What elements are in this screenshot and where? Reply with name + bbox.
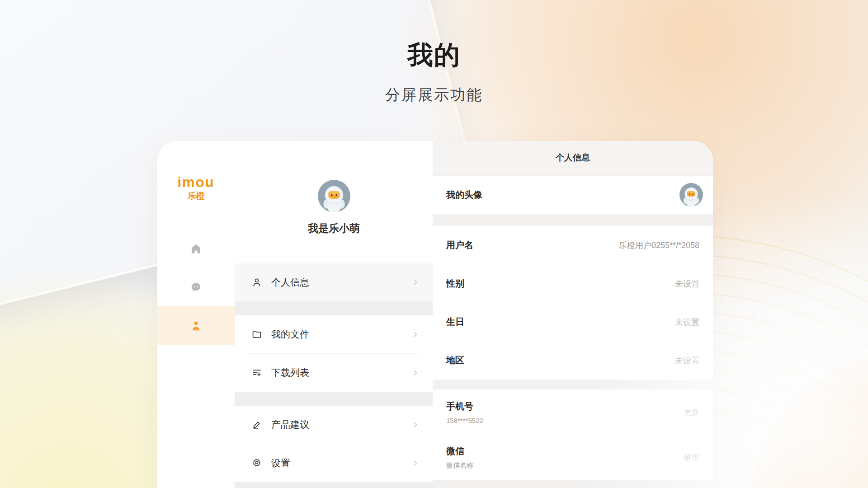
folder-icon xyxy=(251,329,262,340)
chevron-right-icon xyxy=(412,421,419,428)
sidebar-nav xyxy=(157,230,235,345)
home-icon xyxy=(190,243,202,255)
chevron-right-icon xyxy=(412,331,419,338)
menu-item-label: 产品建议 xyxy=(271,418,412,431)
menu-item-download-list[interactable]: 下载列表 xyxy=(235,354,433,392)
profile-panel: 我是乐小萌 个人信息 我的文件 xyxy=(235,141,433,488)
person-outline-icon xyxy=(251,277,262,288)
chevron-right-icon xyxy=(412,460,419,467)
menu-group-gap xyxy=(235,482,433,488)
mascot-avatar-small-image xyxy=(679,183,703,206)
chat-icon xyxy=(190,281,202,293)
row-label: 地区 xyxy=(446,354,675,366)
detail-header: 个人信息 xyxy=(433,141,713,174)
menu-item-settings[interactable]: 设置 xyxy=(235,444,433,482)
page-title: 我的 xyxy=(0,38,868,73)
row-text: 微信 微信名称 xyxy=(446,445,684,470)
gap xyxy=(433,214,713,226)
sidebar-item-messages[interactable] xyxy=(157,268,235,306)
row-label: 性别 xyxy=(446,277,675,290)
row-subvalue: 158****5522 xyxy=(446,417,684,424)
menu-group-gap xyxy=(235,301,433,315)
profile-display-name: 我是乐小萌 xyxy=(235,221,433,235)
detail-panel: 个人信息 我的头像 xyxy=(433,141,713,488)
sidebar-item-home[interactable] xyxy=(157,230,235,268)
row-birthday[interactable]: 生日 未设置 xyxy=(433,303,713,341)
row-label: 手机号 xyxy=(446,400,684,413)
row-label: 用户名 xyxy=(446,239,619,251)
logo-sub-text: 乐橙 xyxy=(157,190,235,202)
menu-item-personal-info[interactable]: 个人信息 xyxy=(235,263,433,301)
profile-avatar xyxy=(235,180,433,212)
gear-icon xyxy=(251,458,262,469)
menu-item-label: 设置 xyxy=(271,457,412,469)
chevron-right-icon xyxy=(412,279,419,286)
row-subvalue: 微信名称 xyxy=(446,461,684,470)
imou-logo: imou 乐橙 xyxy=(157,175,235,202)
gap xyxy=(433,380,713,389)
menu-item-label: 我的文件 xyxy=(271,328,412,341)
menu-item-my-files[interactable]: 我的文件 xyxy=(235,315,433,353)
menu-group-gap xyxy=(235,392,433,406)
mascot-avatar-image xyxy=(318,180,350,212)
person-icon xyxy=(190,319,202,332)
change-phone-button[interactable]: 更换 xyxy=(684,407,699,418)
row-value: 未设置 xyxy=(675,355,699,366)
row-text: 手机号 158****5522 xyxy=(446,400,684,424)
row-value: 未设置 xyxy=(675,317,699,328)
chevron-right-icon xyxy=(412,369,419,376)
app-window: imou 乐橙 xyxy=(157,141,713,488)
row-label: 生日 xyxy=(446,316,675,328)
menu-item-product-feedback[interactable]: 产品建议 xyxy=(235,406,433,444)
unbind-wechat-button[interactable]: 解绑 xyxy=(684,452,699,463)
sidebar: imou 乐橙 xyxy=(157,141,235,488)
menu-item-label: 下载列表 xyxy=(271,366,412,379)
row-label: 我的头像 xyxy=(446,189,679,201)
download-list-icon xyxy=(251,367,262,378)
row-wechat[interactable]: 微信 微信名称 解绑 xyxy=(433,435,713,480)
sidebar-item-profile[interactable] xyxy=(157,306,235,345)
profile-menu: 个人信息 我的文件 下载 xyxy=(235,263,433,488)
pencil-icon xyxy=(251,419,262,430)
page-subtitle: 分屏展示功能 xyxy=(0,85,868,105)
menu-item-label: 个人信息 xyxy=(271,276,412,289)
row-value: 乐橙用户0255**/*2058 xyxy=(619,240,699,251)
row-value: 未设置 xyxy=(675,278,699,289)
logo-brand-text: imou xyxy=(157,175,235,189)
row-phone-number[interactable]: 手机号 158****5522 更换 xyxy=(433,389,713,435)
row-username[interactable]: 用户名 乐橙用户0255**/*2058 xyxy=(433,226,713,264)
row-label: 微信 xyxy=(446,445,684,457)
row-region[interactable]: 地区 未设置 xyxy=(433,341,713,380)
row-my-avatar[interactable]: 我的头像 xyxy=(433,176,713,214)
row-gender[interactable]: 性别 未设置 xyxy=(433,264,713,303)
